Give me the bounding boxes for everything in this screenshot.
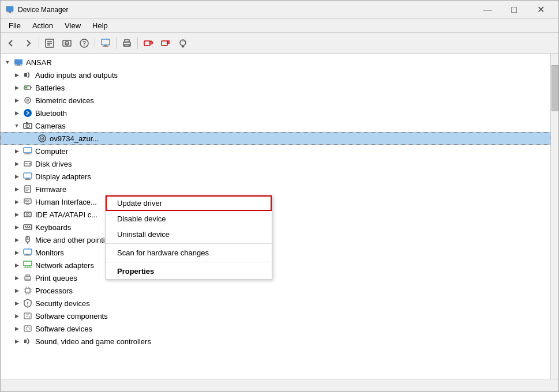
toolbar-sep-3 (116, 37, 117, 49)
expand-security[interactable]: ▶ (12, 299, 21, 308)
expand-disk[interactable]: ▶ (12, 159, 21, 168)
scrollbar-thumb[interactable] (552, 65, 558, 111)
expand-sound[interactable]: ▶ (12, 337, 21, 346)
svg-rect-12 (102, 39, 110, 45)
menu-action[interactable]: Action (27, 20, 59, 31)
tree-item-monitors[interactable]: ▶ Monitors (1, 246, 550, 259)
scan-hardware-button[interactable] (175, 35, 191, 51)
network-label: Network adapters (35, 261, 94, 270)
svg-rect-68 (29, 226, 30, 227)
biometric-icon (22, 95, 33, 105)
minimize-button[interactable]: — (474, 1, 501, 19)
expand-processors[interactable]: ▶ (12, 286, 21, 295)
tree-item-sw-components[interactable]: ▶ Software components (1, 310, 550, 322)
remove-device-button[interactable] (157, 35, 174, 51)
svg-rect-65 (24, 225, 32, 229)
tree-item-bluetooth[interactable]: ▶ Bluetooth (1, 107, 550, 119)
tree-item-sound[interactable]: ▶ Sound, video and game controllers (1, 335, 550, 348)
tree-item-sw-devices[interactable]: ▶ Software devices (1, 322, 550, 335)
add-device-button[interactable]: + (140, 35, 156, 51)
expand-human[interactable]: ▶ (12, 197, 21, 206)
tree-item-ide[interactable]: ▶ IDE ATA/ATAPI c... (1, 208, 550, 221)
svg-point-36 (27, 100, 28, 101)
maximize-button[interactable]: □ (501, 1, 527, 19)
device-view-button[interactable] (97, 35, 114, 51)
svg-rect-47 (24, 154, 31, 154)
expand-biometric[interactable]: ▶ (12, 96, 21, 105)
tree-item-mice[interactable]: ▶ Mice and other pointing devices (1, 233, 550, 246)
expand-sw-components[interactable]: ▶ (12, 311, 21, 321)
toolbar-sep-4 (137, 37, 138, 49)
svg-point-64 (27, 214, 28, 215)
tree-item-keyboards[interactable]: ▶ Keyboards (1, 221, 550, 233)
tree-item-processors[interactable]: ▶ Processors (1, 284, 550, 297)
tree-item-cameras[interactable]: ▼ Cameras (1, 119, 550, 132)
firmware-icon (22, 184, 33, 194)
svg-rect-85 (25, 288, 30, 293)
tree-item-display[interactable]: ▶ Display adapters (1, 170, 550, 183)
expand-ansar[interactable]: ▼ (3, 58, 12, 67)
expand-bluetooth[interactable]: ▶ (12, 108, 21, 118)
expand-mice[interactable]: ▶ (12, 235, 21, 244)
menu-view[interactable]: View (59, 20, 87, 31)
print-label: Print queues (35, 274, 77, 282)
tree-item-ansar[interactable]: ▼ ANSAR (1, 56, 550, 69)
svg-rect-83 (26, 275, 29, 277)
ctx-uninstall-device[interactable]: Uninstall device (106, 227, 272, 242)
update-driver-toolbar-button[interactable] (59, 35, 75, 51)
tree-item-computer[interactable]: ▶ Computer (1, 145, 550, 157)
device-tree[interactable]: ▼ ANSAR ▶ (1, 54, 550, 379)
expand-cameras[interactable]: ▼ (12, 121, 21, 130)
svg-rect-53 (25, 179, 31, 180)
menu-help[interactable]: Help (87, 20, 114, 31)
tree-item-network[interactable]: ▶ Network adapters (1, 259, 550, 272)
expand-computer[interactable]: ▶ (12, 146, 21, 156)
expand-audio[interactable]: ▶ (12, 70, 21, 80)
expand-sw-devices[interactable]: ▶ (12, 324, 21, 333)
ide-label: IDE ATA/ATAPI c... (35, 210, 97, 219)
expand-ide[interactable]: ▶ (12, 210, 21, 219)
help-toolbar-button[interactable]: ? (76, 35, 92, 51)
ctx-update-driver[interactable]: Update driver (106, 195, 272, 211)
tree-item-security[interactable]: ▶ Security devices (1, 297, 550, 310)
svg-rect-45 (24, 148, 32, 153)
properties-toolbar-button[interactable] (42, 35, 58, 51)
svg-rect-76 (24, 255, 31, 256)
main-content: ▼ ANSAR ▶ (1, 54, 558, 379)
expand-keyboards[interactable]: ▶ (12, 223, 21, 232)
forward-button[interactable] (20, 35, 36, 51)
back-button[interactable] (3, 35, 19, 51)
tree-item-camera-device[interactable]: ▶ ov9734_azur... (1, 132, 550, 145)
svg-rect-17 (125, 44, 129, 46)
svg-text:?: ? (82, 40, 86, 47)
sw-devices-label: Software devices (35, 325, 92, 333)
ctx-properties[interactable]: Properties (106, 263, 272, 279)
expand-network[interactable]: ▶ (12, 261, 21, 270)
disk-label: Disk drives (35, 160, 72, 168)
tree-item-batteries[interactable]: ▶ Batteries (1, 81, 550, 94)
ide-icon (22, 209, 33, 220)
ctx-disable-device[interactable]: Disable device (106, 211, 272, 227)
close-button[interactable]: ✕ (527, 1, 554, 19)
tree-item-biometric[interactable]: ▶ Biometric devices (1, 94, 550, 107)
expand-monitors[interactable]: ▶ (12, 248, 21, 257)
tree-item-firmware[interactable]: ▶ Firmware (1, 183, 550, 195)
tree-item-human[interactable]: ▶ Human Interface... (1, 195, 550, 208)
audio-icon (22, 70, 33, 80)
svg-rect-66 (25, 226, 26, 227)
svg-point-100 (26, 327, 29, 330)
camera-device-icon (37, 133, 47, 144)
expand-batteries[interactable]: ▶ (12, 83, 21, 92)
print-toolbar-button[interactable] (119, 35, 135, 51)
expand-firmware[interactable]: ▶ (12, 184, 21, 194)
vertical-scrollbar[interactable] (550, 54, 558, 379)
bluetooth-icon (22, 108, 33, 118)
tree-item-disk[interactable]: ▶ Disk drives (1, 157, 550, 170)
menu-file[interactable]: File (3, 20, 27, 31)
tree-item-print[interactable]: ▶ Print queues (1, 272, 550, 284)
sound-icon (22, 336, 33, 346)
expand-display[interactable]: ▶ (12, 172, 21, 181)
tree-item-audio[interactable]: ▶ Audio inputs and outputs (1, 69, 550, 81)
expand-print[interactable]: ▶ (12, 273, 21, 282)
ctx-scan-changes[interactable]: Scan for hardware changes (106, 245, 272, 261)
